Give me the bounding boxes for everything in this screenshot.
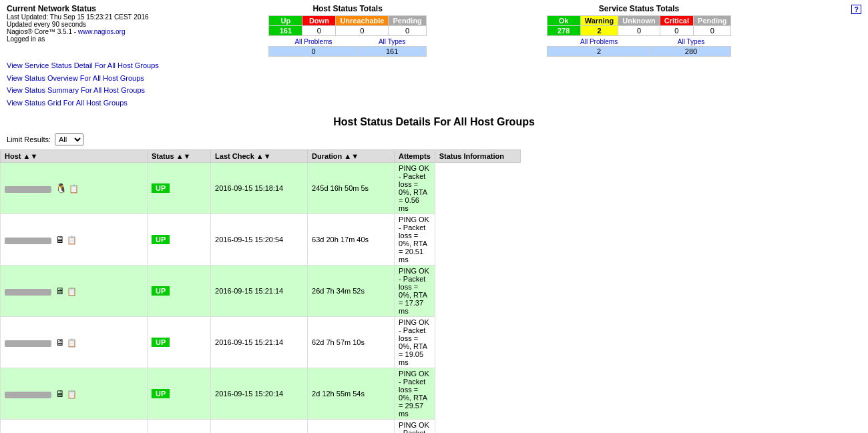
logged-in: Logged in as [7, 35, 149, 43]
all-types-link[interactable]: All Types [379, 38, 405, 45]
nav-status-summary[interactable]: View Status Summary For All Host Groups [7, 86, 145, 94]
svc-ok-count[interactable]: 278 [547, 26, 580, 36]
svc-unknown-count[interactable]: 0 [618, 26, 660, 36]
action-icon[interactable]: 📋 [67, 236, 77, 245]
host-down-header: Down [302, 16, 336, 26]
duration-cell: 63d 20h 6m 20s [308, 419, 395, 433]
info-cell: PING OK - Packet loss = 0%, RTA = 0.56 m… [395, 162, 435, 213]
duration-cell: 245d 16h 50m 5s [308, 162, 395, 213]
host-header: Host ▲▼ [1, 149, 148, 162]
host-pending-header: Pending [389, 16, 426, 26]
host-unreachable-count[interactable]: 0 [336, 26, 389, 36]
duration-cell: 26d 7h 34m 52s [308, 265, 395, 316]
host-row: 🖥 📋 UP 2016-09-15 15:21:14 62d 7h 57m 10… [1, 316, 868, 368]
svc-pending-count[interactable]: 0 [694, 26, 731, 36]
status-cell: UP [148, 213, 211, 265]
svc-all-types-link[interactable]: All Types [678, 38, 704, 45]
info-cell: PING OK - Packet loss = 0%, RTA = 29.57 … [395, 368, 435, 419]
status-cell: UP [148, 316, 211, 368]
page-title: Host Status Details For All Host Groups [0, 116, 868, 128]
svc-critical-count[interactable]: 0 [660, 26, 693, 36]
os-icon: 🖥 [55, 286, 65, 296]
update-interval: Updated every 90 seconds [7, 21, 149, 28]
host-name-blurred[interactable] [5, 238, 51, 244]
duration-header: Duration ▲▼ [308, 149, 395, 162]
lastcheck-sort-icon[interactable]: ▲▼ [256, 152, 271, 160]
info-cell: PING OK - Packet loss = 0%, RTA = 20.51 … [395, 213, 435, 265]
host-row: 🖥 📋 UP 2016-09-15 15:20:54 63d 20h 17m 4… [1, 213, 868, 265]
service-status-totals: Service Status Totals Ok Warning Unknown… [547, 4, 732, 57]
status-cell: UP [148, 162, 211, 213]
types-count[interactable]: 161 [358, 47, 426, 57]
last-check-cell: 2016-09-15 15:20:14 [211, 368, 308, 419]
limit-label: Limit Results: [7, 135, 51, 143]
current-status-title: Current Network Status [7, 4, 149, 13]
duration-cell: 63d 20h 17m 40s [308, 213, 395, 265]
host-problems-table: All Problems All Types 0 161 [268, 37, 426, 57]
svc-unknown-header: Unknown [618, 16, 660, 26]
host-name-blurred[interactable] [5, 392, 51, 398]
nav-status-overview[interactable]: View Status Overview For All Host Groups [7, 74, 144, 82]
host-name-blurred[interactable] [5, 186, 51, 193]
service-totals-table: Ok Warning Unknown Critical Pending 278 … [547, 15, 732, 36]
host-down-count[interactable]: 0 [302, 26, 336, 36]
os-icon: 🖥 [55, 388, 65, 399]
host-cell: 🖥 📋 [1, 213, 148, 265]
last-updated: Last Updated: Thu Sep 15 15:23:21 CEST 2… [7, 13, 149, 21]
status-cell: UP [148, 419, 211, 433]
current-status-panel: Current Network Status Last Updated: Thu… [7, 4, 149, 57]
host-name-blurred[interactable] [5, 340, 51, 347]
svc-problems-count[interactable]: 2 [547, 47, 651, 57]
action-icon[interactable]: 📋 [67, 390, 77, 399]
host-up-header: Up [269, 16, 302, 26]
nagios-link[interactable]: www.nagios.org [78, 28, 126, 35]
host-cell: 🖥 📋 [1, 265, 148, 316]
host-cell: 🖥 📋 [1, 316, 148, 368]
limit-select[interactable]: All 25 50 100 [55, 133, 83, 145]
last-check-cell: 2016-09-15 15:21:14 [211, 265, 308, 316]
host-sort-icon[interactable]: ▲▼ [23, 152, 38, 160]
host-cell: 🖥 📋 [1, 368, 148, 419]
status-info-header: Status Information [435, 149, 521, 162]
svc-critical-header: Critical [660, 16, 693, 26]
info-cell: PING OK - Packet loss = 0%, RTA = 17.37 … [395, 265, 435, 316]
os-icon: 🖥 [55, 337, 65, 348]
last-check-cell: 2016-09-15 15:18:14 [211, 162, 308, 213]
duration-sort-icon[interactable]: ▲▼ [344, 152, 359, 160]
help-icon[interactable]: ? [851, 5, 861, 14]
duration-cell: 62d 7h 57m 10s [308, 316, 395, 368]
host-row: 🖥 📋 UP 2016-09-15 15:20:14 2d 12h 55m 54… [1, 368, 868, 419]
host-row: 🐧 📋 UP 2016-09-15 15:18:14 245d 16h 50m … [1, 162, 868, 213]
host-up-count[interactable]: 161 [269, 26, 302, 36]
nav-service-status[interactable]: View Service Status Detail For All Host … [7, 61, 159, 69]
host-unreachable-header: Unreachable [336, 16, 389, 26]
action-icon[interactable]: 📋 [67, 287, 77, 296]
attempts-header: Attempts [395, 149, 435, 162]
last-check-cell: 2016-09-15 15:20:54 [211, 213, 308, 265]
all-problems-link[interactable]: All Problems [294, 38, 332, 45]
svc-warning-count[interactable]: 2 [580, 26, 618, 36]
action-icon[interactable]: 📋 [67, 338, 77, 348]
svc-all-problems-link[interactable]: All Problems [580, 38, 618, 45]
nav-status-grid[interactable]: View Status Grid For All Host Groups [7, 99, 128, 107]
svc-types-count[interactable]: 280 [651, 47, 731, 57]
status-sort-icon[interactable]: ▲▼ [176, 152, 191, 160]
host-status-totals: Host Status Totals Up Down Unreachable P… [268, 4, 426, 57]
info-cell: PING OK - Packet loss = 0%, RTA = 19.05 … [395, 316, 435, 368]
os-icon: 🖥 [55, 234, 65, 245]
info-cell: PING OK - Packet loss = 0%, RTA = 18.57 … [395, 419, 435, 433]
status-header: Status ▲▼ [148, 149, 211, 162]
problems-count[interactable]: 0 [269, 47, 358, 57]
version-text: Nagios® Core™ 3.5.1 - [7, 28, 78, 35]
host-pending-count[interactable]: 0 [389, 26, 426, 36]
action-icon[interactable]: 📋 [69, 184, 79, 193]
host-row: 🖥 📋 UP 2016-09-15 15:22:14 63d 20h 6m 20… [1, 419, 868, 433]
host-totals-title: Host Status Totals [268, 4, 426, 13]
main-status-table: Host ▲▼ Status ▲▼ Last Check ▲▼ Duration… [0, 149, 868, 433]
svc-ok-header: Ok [547, 16, 580, 26]
svc-pending-header: Pending [694, 16, 731, 26]
os-icon: 🐧 [55, 183, 67, 193]
host-name-blurred[interactable] [5, 289, 51, 296]
last-check-cell: 2016-09-15 15:21:14 [211, 316, 308, 368]
host-totals-table: Up Down Unreachable Pending 161 0 0 0 [268, 15, 426, 36]
